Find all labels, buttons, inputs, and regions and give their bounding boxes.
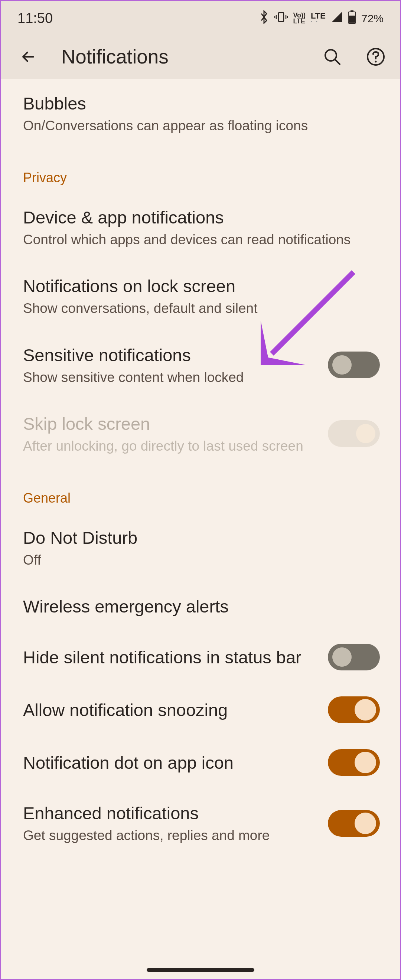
setting-title: Enhanced notifications [23, 802, 317, 824]
help-button[interactable] [366, 47, 385, 67]
page-title: Notifications [61, 45, 299, 68]
setting-title: Bubbles [23, 92, 378, 115]
setting-desc: On/Conversations can appear as floating … [23, 117, 378, 135]
svg-rect-7 [349, 16, 355, 23]
setting-title: Allow notification snoozing [23, 698, 317, 721]
setting-do-not-disturb[interactable]: Do Not Disturb Off [1, 513, 400, 582]
vibrate-icon [274, 10, 288, 26]
setting-desc: Show sensitive content when locked [23, 369, 317, 387]
setting-snoozing[interactable]: Allow notification snoozing [1, 683, 400, 736]
setting-hide-silent[interactable]: Hide silent notifications in status bar [1, 631, 400, 683]
toggle-skip-lock [328, 420, 380, 447]
battery-icon [348, 10, 356, 26]
svg-line-9 [335, 59, 340, 64]
signal-icon [331, 11, 343, 25]
setting-notifications-lock-screen[interactable]: Notifications on lock screen Show conver… [1, 262, 400, 330]
setting-desc: After unlocking, go directly to last use… [23, 437, 317, 455]
toggle-sensitive[interactable] [328, 352, 380, 378]
toggle-hide-silent[interactable] [328, 644, 380, 670]
status-bar: 11:50 Vo)) LTE LTE • • 72% [1, 1, 400, 34]
setting-title: Wireless emergency alerts [23, 595, 378, 618]
setting-desc: Control which apps and devices can read … [23, 231, 378, 249]
toggle-enhanced[interactable] [328, 810, 380, 837]
status-icons: Vo)) LTE LTE • • 72% [259, 10, 383, 27]
setting-wireless-emergency[interactable]: Wireless emergency alerts [1, 582, 400, 631]
status-time: 11:50 [18, 10, 53, 26]
app-bar: Notifications [1, 34, 400, 79]
battery-text: 72% [361, 12, 383, 25]
setting-title: Sensitive notifications [23, 344, 317, 366]
home-indicator[interactable] [146, 968, 255, 972]
setting-device-app-notifications[interactable]: Device & app notifications Control which… [1, 193, 400, 262]
setting-desc: Show conversations, default and silent [23, 299, 378, 317]
lte-icon: LTE • • [311, 13, 326, 24]
toggle-dot[interactable] [328, 749, 380, 776]
bluetooth-icon [259, 10, 269, 27]
search-button[interactable] [323, 47, 342, 67]
setting-title: Hide silent notifications in status bar [23, 646, 317, 668]
setting-title: Skip lock screen [23, 412, 317, 435]
setting-title: Device & app notifications [23, 206, 378, 229]
setting-desc: Get suggested actions, replies and more [23, 827, 317, 845]
section-privacy: Privacy [1, 148, 400, 193]
setting-enhanced[interactable]: Enhanced notifications Get suggested act… [1, 789, 400, 858]
navigation-bar[interactable] [1, 961, 400, 979]
setting-bubbles[interactable]: Bubbles On/Conversations can appear as f… [1, 79, 400, 148]
toggle-snoozing[interactable] [328, 697, 380, 723]
svg-rect-0 [278, 13, 284, 22]
volte-icon: Vo)) LTE [293, 13, 306, 24]
settings-list[interactable]: Bubbles On/Conversations can appear as f… [1, 79, 400, 961]
setting-title: Do Not Disturb [23, 527, 378, 549]
setting-desc: Off [23, 551, 378, 569]
setting-title: Notification dot on app icon [23, 751, 317, 774]
setting-skip-lock-screen: Skip lock screen After unlocking, go dir… [1, 399, 400, 468]
setting-title: Notifications on lock screen [23, 275, 378, 298]
back-button[interactable] [19, 48, 37, 66]
svg-point-11 [375, 60, 377, 62]
section-general: General [1, 468, 400, 513]
setting-notification-dot[interactable]: Notification dot on app icon [1, 736, 400, 789]
setting-sensitive-notifications[interactable]: Sensitive notifications Show sensitive c… [1, 331, 400, 399]
